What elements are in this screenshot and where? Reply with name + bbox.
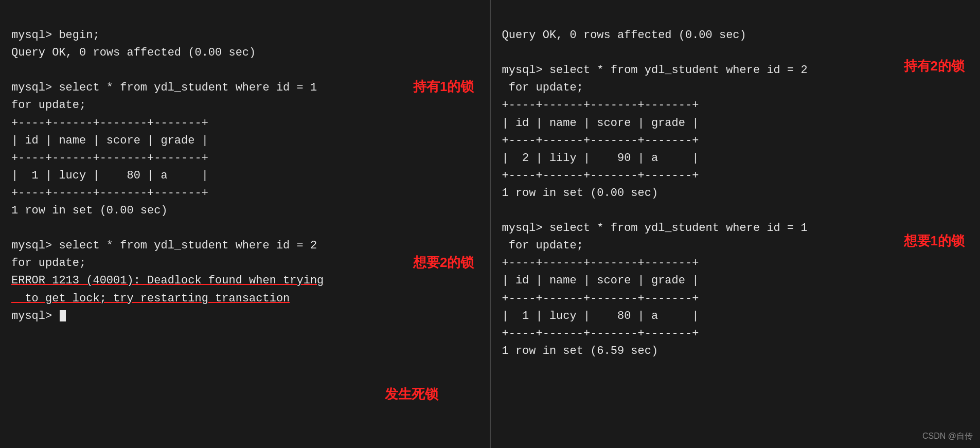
right-line-begin-result: Query OK, 0 rows affected (0.00 sec) mys… xyxy=(502,29,808,357)
annotation-deadlock: 发生死锁 xyxy=(385,384,438,404)
left-terminal-text: mysql> begin; Query OK, 0 rows affected … xyxy=(11,9,478,343)
right-terminal-text: Query OK, 0 rows affected (0.00 sec) mys… xyxy=(502,9,969,378)
error-line-1: ERROR 1213 (40001): Deadlock found when … xyxy=(11,274,324,304)
annotation-wants-lock-1: 想要1的锁 xyxy=(904,230,965,251)
annotation-wants-lock-2: 想要2的锁 xyxy=(413,252,474,273)
terminal-cursor xyxy=(60,310,66,321)
annotation-holds-lock-2: 持有2的锁 xyxy=(904,56,965,76)
right-terminal-panel: Query OK, 0 rows affected (0.00 sec) mys… xyxy=(491,0,981,448)
watermark: CSDN @自传 xyxy=(922,430,973,443)
left-line-begin: mysql> begin; Query OK, 0 rows affected … xyxy=(11,29,324,322)
left-terminal-panel: mysql> begin; Query OK, 0 rows affected … xyxy=(0,0,491,448)
annotation-holds-lock-1: 持有1的锁 xyxy=(413,76,474,97)
